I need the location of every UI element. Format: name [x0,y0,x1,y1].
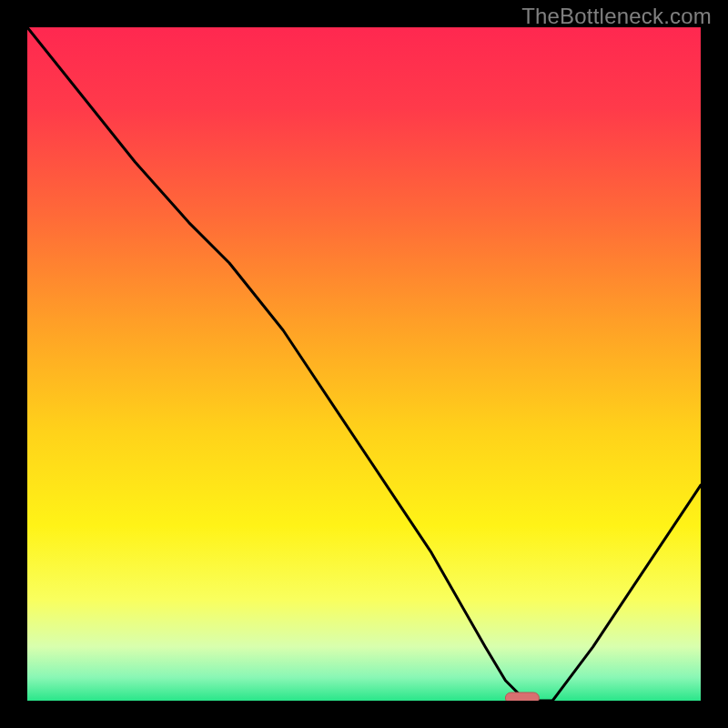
gradient-background [27,27,701,701]
chart-frame: TheBottleneck.com [0,0,728,728]
watermark-text: TheBottleneck.com [521,4,712,29]
plot-area [27,27,701,701]
optimal-marker [505,693,539,701]
chart-svg [27,27,701,701]
